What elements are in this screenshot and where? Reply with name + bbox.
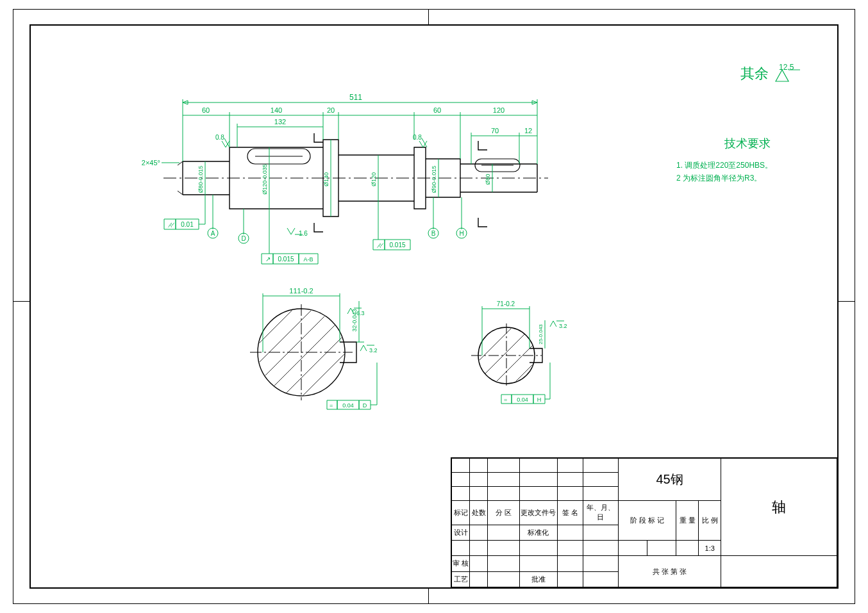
datum-H: H bbox=[456, 197, 467, 238]
dim-132: 132 bbox=[274, 118, 286, 126]
datum-B: B bbox=[428, 197, 438, 238]
svg-text:⌭: ⌭ bbox=[377, 241, 383, 249]
surface-prefix: 其余 bbox=[740, 65, 769, 81]
dim-12: 12 bbox=[524, 127, 532, 135]
dim-60b: 60 bbox=[433, 106, 441, 114]
dim-20: 20 bbox=[327, 106, 335, 114]
tech-line2: 2 为标注圆角半径为R3。 bbox=[676, 174, 762, 183]
svg-text:0.01: 0.01 bbox=[181, 221, 194, 228]
dia-2: Ø120-0.035 bbox=[262, 164, 268, 195]
dia-6: Ø80 bbox=[485, 174, 491, 184]
dim-60a: 60 bbox=[202, 106, 210, 114]
svg-text:=: = bbox=[504, 396, 507, 403]
datum-D: D bbox=[238, 209, 249, 243]
svg-text:↗: ↗ bbox=[265, 256, 271, 263]
svg-text:0.04: 0.04 bbox=[342, 402, 354, 409]
ra-16: 1.6 bbox=[299, 230, 308, 237]
svg-text:3.2: 3.2 bbox=[369, 347, 378, 354]
svg-text:D: D bbox=[363, 402, 367, 409]
svg-text:3.2: 3.2 bbox=[559, 323, 567, 329]
svg-text:0.04: 0.04 bbox=[517, 396, 528, 403]
section-1: 111-0.2 32-0.043 6.3 3.2 = 0.04 D bbox=[224, 250, 420, 445]
dim-120: 120 bbox=[493, 106, 505, 114]
ra-08b: 0.8 bbox=[413, 134, 422, 141]
svg-text:A: A bbox=[211, 230, 215, 237]
title-block: 45钢 轴 标记处数 分 区更改文件号 签 名年、月、日 阶 段 标 记 重 量… bbox=[451, 457, 837, 587]
dia-3: Ø140 bbox=[323, 172, 330, 186]
dim-chamfer: 2×45° bbox=[142, 159, 160, 167]
gtol-0.01: ⌭ 0.01 bbox=[164, 195, 205, 229]
svg-text:71-0.2: 71-0.2 bbox=[497, 300, 515, 307]
svg-text:A-B: A-B bbox=[303, 256, 313, 263]
svg-text:=: = bbox=[330, 402, 333, 409]
material: 45钢 bbox=[618, 459, 721, 501]
ra-08a: 0.8 bbox=[215, 134, 224, 141]
datum-A: A bbox=[208, 195, 218, 238]
dia-5: Ø90-0.015 bbox=[431, 166, 437, 193]
svg-text:H: H bbox=[459, 230, 463, 237]
gtol-0.015-runout: ↗ 0.015 A-B bbox=[262, 209, 318, 264]
surface-roughness: 12.5 bbox=[779, 63, 794, 72]
svg-text:0.015: 0.015 bbox=[389, 241, 405, 249]
dim-overall: 511 bbox=[349, 93, 362, 102]
tech-line1: 1. 调质处理220至250HBS。 bbox=[676, 161, 772, 170]
svg-text:25-0.043: 25-0.043 bbox=[538, 324, 544, 345]
svg-text:H: H bbox=[537, 396, 542, 403]
svg-text:B: B bbox=[431, 230, 436, 237]
dia-4: Ø120 bbox=[371, 172, 377, 186]
gtol-0.015-cyl: ⌭ 0.015 bbox=[373, 201, 410, 250]
svg-text:111-0.2: 111-0.2 bbox=[289, 287, 313, 295]
part-name: 轴 bbox=[721, 459, 837, 556]
section-2: 71-0.2 25-0.043 3.2 = 0.04 H bbox=[449, 288, 571, 410]
dim-140: 140 bbox=[271, 106, 282, 114]
tech-title: 技术要求 bbox=[724, 137, 771, 150]
dia-1: Ø80-0.015 bbox=[197, 166, 204, 193]
svg-text:⌭: ⌭ bbox=[168, 221, 174, 228]
svg-text:6.3: 6.3 bbox=[356, 310, 365, 316]
svg-text:D: D bbox=[241, 235, 246, 242]
dim-70: 70 bbox=[491, 127, 499, 135]
svg-text:0.015: 0.015 bbox=[278, 256, 294, 263]
